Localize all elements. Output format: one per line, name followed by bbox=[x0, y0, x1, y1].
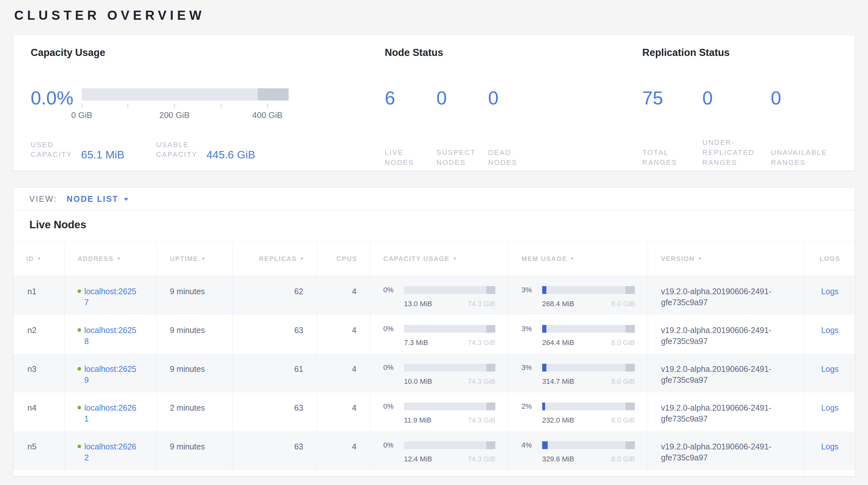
node-logs-link[interactable]: Logs bbox=[821, 325, 839, 335]
memory-used-value: 329.6 MiB bbox=[542, 454, 574, 465]
node-logs-link[interactable]: Logs bbox=[821, 442, 839, 451]
capacity-usage-title: Capacity Usage bbox=[31, 46, 385, 59]
column-header-address[interactable]: ADDRESS▼ bbox=[64, 241, 157, 276]
column-header-label: REPLICAS bbox=[259, 255, 297, 262]
capacity-max-value: 74.3 GiB bbox=[468, 337, 495, 348]
memory-usage-bar bbox=[542, 441, 635, 449]
column-header-logs: LOGS bbox=[804, 241, 855, 276]
usable-capacity-stat: USABLE CAPACITY 445.6 GiB bbox=[156, 140, 255, 160]
capacity-used-value: 11.9 MiB bbox=[404, 415, 431, 426]
memory-usage-bar bbox=[542, 364, 635, 372]
node-version-cell: v19.2.0-alpha.20190606-2491-gfe735c9a97 bbox=[648, 431, 804, 470]
capacity-max-value: 74.3 GiB bbox=[468, 415, 495, 426]
capacity-usage-bar bbox=[404, 441, 495, 449]
capacity-max-value: 74.3 GiB bbox=[468, 298, 495, 309]
capacity-usage-cell: 0%10.0 MiB74.3 GiB bbox=[370, 354, 508, 393]
capacity-usage-cell: 0%7.3 MiB74.3 GiB bbox=[370, 315, 508, 354]
node-logs-cell: Logs bbox=[804, 354, 855, 393]
used-capacity-value: 65.1 MiB bbox=[81, 149, 124, 160]
memory-usage-cell: 4%329.6 MiB8.0 GiB bbox=[508, 431, 648, 470]
capacity-gauge-chart: 0 GiB 200 GiB 400 GiB bbox=[82, 88, 289, 134]
unavailable-ranges-label: UNAVAILABLE RANGES bbox=[771, 147, 855, 168]
node-address-cell: localhost:26262 bbox=[64, 431, 157, 470]
node-id-cell: n3 bbox=[13, 354, 64, 393]
column-header-uptime[interactable]: UPTIME▼ bbox=[157, 241, 232, 276]
capacity-stats-row: USED CAPACITY 65.1 MiB USABLE CAPACITY 4… bbox=[31, 140, 385, 160]
node-address-link[interactable]: localhost:26259 bbox=[84, 364, 140, 393]
table-body: n1localhost:262579 minutes6240%13.0 MiB7… bbox=[13, 276, 855, 476]
node-uptime-cell: 9 minutes bbox=[157, 276, 232, 315]
capacity-usage-line: 0% bbox=[383, 285, 495, 295]
node-address-cell: localhost:26259 bbox=[64, 354, 157, 393]
node-logs-link[interactable]: Logs bbox=[821, 403, 839, 412]
memory-usage-line: 2% bbox=[522, 401, 635, 412]
memory-usage-line: 3% bbox=[522, 323, 635, 334]
column-header-version[interactable]: VERSION▼ bbox=[648, 241, 804, 276]
capacity-usage-cell: 0%11.9 MiB74.3 GiB bbox=[370, 393, 508, 431]
capacity-gauge-tail bbox=[258, 88, 289, 101]
capacity-usage-line: 0% bbox=[383, 440, 495, 451]
memory-usage-tail bbox=[625, 364, 635, 372]
capacity-usage-line: 0% bbox=[383, 323, 495, 334]
view-selected-value: NODE LIST bbox=[66, 194, 118, 204]
table-header-row: ID▼ADDRESS▼UPTIME▼REPLICAS▼CPUSCAPACITY … bbox=[13, 241, 855, 276]
column-header-label: LOGS bbox=[819, 255, 841, 262]
memory-max-value: 8.0 GiB bbox=[611, 337, 635, 348]
memory-usage-percent: 4% bbox=[522, 440, 542, 451]
node-address-cell: localhost:26261 bbox=[64, 393, 157, 431]
node-replicas-cell: 63 bbox=[232, 431, 317, 470]
column-header-capacity[interactable]: CAPACITY USAGE▼ bbox=[370, 241, 508, 276]
node-address-link[interactable]: localhost:26261 bbox=[84, 402, 140, 431]
node-address-link[interactable]: localhost:26257 bbox=[84, 286, 140, 315]
node-address-cell: localhost:26257 bbox=[64, 276, 157, 315]
under-replicated-ranges-count: 0 bbox=[702, 88, 771, 108]
capacity-usage-percent: 0% bbox=[383, 362, 404, 373]
node-replicas-cell: 61 bbox=[232, 354, 317, 393]
node-logs-cell: Logs bbox=[804, 393, 855, 431]
node-live-dot bbox=[78, 445, 81, 448]
node-live-dot bbox=[78, 328, 81, 332]
empty-cell bbox=[13, 470, 64, 476]
node-logs-link[interactable]: Logs bbox=[821, 287, 839, 296]
node-logs-link[interactable]: Logs bbox=[821, 364, 839, 373]
column-header-id[interactable]: ID▼ bbox=[13, 241, 64, 276]
node-version-cell: v19.2.0-alpha.20190606-2491-gfe735c9a97 bbox=[648, 276, 804, 315]
node-status-values: 6 0 0 bbox=[385, 88, 642, 108]
capacity-usage-cell: 0%13.0 MiB74.3 GiB bbox=[370, 276, 508, 315]
replication-values: 75 0 0 bbox=[642, 88, 855, 108]
node-replicas-cell: 62 bbox=[232, 276, 317, 315]
axis-tick bbox=[268, 104, 268, 108]
empty-cell bbox=[232, 470, 317, 476]
total-ranges-count: 75 bbox=[642, 88, 702, 108]
memory-usage-bar bbox=[542, 325, 635, 333]
memory-usage-line: 3% bbox=[522, 362, 635, 373]
memory-usage-values: 329.6 MiB8.0 GiB bbox=[542, 454, 635, 465]
memory-max-value: 8.0 GiB bbox=[611, 298, 635, 309]
capacity-usage-line: 0% bbox=[383, 362, 495, 373]
capacity-usage-percent: 0% bbox=[383, 440, 404, 451]
node-live-dot bbox=[78, 289, 81, 293]
suspect-nodes-label: SUSPECT NODES bbox=[437, 147, 488, 168]
memory-usage-tail bbox=[625, 325, 635, 333]
axis-tick bbox=[82, 104, 82, 108]
table-row-n1: n1localhost:262579 minutes6240%13.0 MiB7… bbox=[13, 276, 855, 315]
column-header-cpus: CPUS bbox=[317, 241, 370, 276]
empty-cell bbox=[804, 470, 855, 476]
capacity-usage-tail bbox=[486, 403, 495, 410]
view-bar: VIEW: NODE LIST ▼ bbox=[13, 188, 855, 210]
axis-tick bbox=[128, 104, 128, 108]
view-selector-dropdown[interactable]: NODE LIST ▼ bbox=[66, 194, 128, 204]
capacity-usage-tail bbox=[486, 364, 495, 372]
node-address-link[interactable]: localhost:26258 bbox=[84, 325, 140, 354]
column-header-replicas[interactable]: REPLICAS▼ bbox=[232, 241, 317, 276]
node-address-link[interactable]: localhost:26262 bbox=[84, 441, 140, 470]
column-header-label: CAPACITY USAGE bbox=[383, 255, 450, 262]
memory-usage-values: 232.0 MiB8.0 GiB bbox=[542, 415, 635, 426]
cluster-overview-page: CLUSTER OVERVIEW Capacity Usage 0.0% 0 G… bbox=[0, 0, 868, 485]
node-cpus-cell: 4 bbox=[317, 354, 370, 393]
empty-cell bbox=[157, 470, 232, 476]
empty-cell bbox=[648, 470, 804, 476]
column-header-memory[interactable]: MEM USAGE▼ bbox=[508, 241, 648, 276]
node-logs-cell: Logs bbox=[804, 315, 855, 354]
memory-usage-tail bbox=[625, 403, 635, 410]
